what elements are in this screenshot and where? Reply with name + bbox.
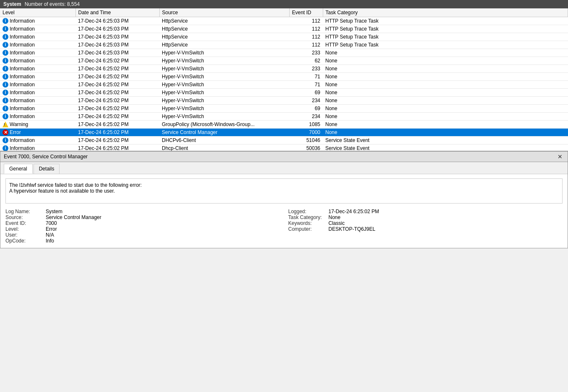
source-cell: GroupPolicy (Microsoft-Windows-Group... <box>159 121 289 129</box>
eventid-cell: 1085 <box>289 121 323 129</box>
table-row[interactable]: iInformation17-Dec-24 6:25:02 PMHyper-V-… <box>0 65 568 73</box>
col-header-level: Level <box>0 8 75 17</box>
eventid-cell: 234 <box>289 97 323 105</box>
level-label: Information <box>10 106 35 111</box>
datetime-cell: 17-Dec-24 6:25:02 PM <box>75 97 159 105</box>
taskcategory-cell: None <box>323 49 568 57</box>
table-row[interactable]: iInformation17-Dec-24 6:25:02 PMHyper-V-… <box>0 89 568 97</box>
level-cell: iInformation <box>0 25 75 33</box>
taskcategory-cell: HTTP Setup Trace Task <box>323 41 568 49</box>
info-icon: i <box>3 66 8 72</box>
taskcategory-cell: None <box>323 81 568 89</box>
opcode-field-value: Info <box>46 238 54 244</box>
detail-fields-grid: Log Name: System Source: Service Control… <box>5 209 563 244</box>
table-row[interactable]: iInformation17-Dec-24 6:25:02 PMHyper-V-… <box>0 57 568 65</box>
eventid-cell: 7000 <box>289 129 323 137</box>
info-icon: i <box>3 58 8 64</box>
level-label: Information <box>10 66 35 72</box>
eventid-cell: 50036 <box>289 144 323 151</box>
level-cell: iInformation <box>0 73 75 80</box>
level-field-label: Level: <box>5 226 43 232</box>
eventid-field-label: Event ID: <box>5 220 43 226</box>
source-cell: Hyper-V-VmSwitch <box>159 105 289 113</box>
source-cell: Hyper-V-VmSwitch <box>159 81 289 89</box>
level-cell: iInformation <box>0 89 75 96</box>
taskcategory-cell: None <box>323 57 568 65</box>
event-list-container: Level Date and Time Source Event ID Task… <box>0 8 568 151</box>
source-cell: Hyper-V-VmSwitch <box>159 65 289 73</box>
datetime-cell: 17-Dec-24 6:25:03 PM <box>75 17 159 25</box>
info-icon: i <box>3 50 8 56</box>
eventid-cell: 69 <box>289 105 323 113</box>
table-row[interactable]: iInformation17-Dec-24 6:25:03 PMHttpServ… <box>0 17 568 25</box>
eventid-field-value: 7000 <box>46 220 57 226</box>
table-row[interactable]: iInformation17-Dec-24 6:25:02 PMHyper-V-… <box>0 105 568 113</box>
table-row[interactable]: iInformation17-Dec-24 6:25:03 PMHttpServ… <box>0 41 568 49</box>
level-cell: iInformation <box>0 17 75 25</box>
col-header-taskcategory: Task Category <box>323 8 568 17</box>
table-row[interactable]: iInformation17-Dec-24 6:25:03 PMHttpServ… <box>0 33 568 41</box>
taskcategory-cell: None <box>323 129 568 137</box>
eventid-field-row: Event ID: 7000 <box>5 220 280 226</box>
source-field-row: Source: Service Control Manager <box>5 214 280 220</box>
taskcategory-field-label: Task Category: <box>288 214 326 220</box>
tab-details[interactable]: Details <box>34 164 60 174</box>
detail-tabs-bar: General Details <box>0 162 568 174</box>
source-cell: Hyper-V-VmSwitch <box>159 73 289 81</box>
datetime-cell: 17-Dec-24 6:25:02 PM <box>75 121 159 129</box>
title-bar: System Number of events: 8,554 <box>0 0 568 8</box>
info-icon: i <box>3 26 8 32</box>
level-label: Information <box>10 58 35 64</box>
level-field-row: Level: Error <box>5 226 280 232</box>
log-name-field-row: Log Name: System <box>5 209 280 214</box>
table-row[interactable]: iInformation17-Dec-24 6:25:02 PMHyper-V-… <box>0 81 568 89</box>
eventid-cell: 62 <box>289 57 323 65</box>
info-icon: i <box>3 18 8 24</box>
detail-panel: Event 7000, Service Control Manager ✕ Ge… <box>0 151 568 248</box>
taskcategory-cell: None <box>323 65 568 73</box>
tab-general[interactable]: General <box>4 164 33 174</box>
eventid-cell: 234 <box>289 113 323 121</box>
source-cell: DHCPv6-Client <box>159 137 289 144</box>
level-cell: ✕Error <box>0 129 75 136</box>
info-icon: i <box>3 106 8 111</box>
datetime-cell: 17-Dec-24 6:25:02 PM <box>75 73 159 81</box>
source-cell: HttpService <box>159 33 289 41</box>
table-row[interactable]: Warning17-Dec-24 6:25:02 PMGroupPolicy (… <box>0 121 568 129</box>
taskcategory-field-row: Task Category: None <box>288 214 563 220</box>
datetime-cell: 17-Dec-24 6:25:03 PM <box>75 33 159 41</box>
error-icon: ✕ <box>3 129 8 135</box>
warning-icon <box>3 121 8 127</box>
table-row[interactable]: iInformation17-Dec-24 6:25:03 PMHttpServ… <box>0 25 568 33</box>
table-row[interactable]: iInformation17-Dec-24 6:25:02 PMDHCPv6-C… <box>0 137 568 144</box>
detail-close-button[interactable]: ✕ <box>556 153 564 160</box>
datetime-cell: 17-Dec-24 6:25:02 PM <box>75 137 159 144</box>
table-row[interactable]: iInformation17-Dec-24 6:25:02 PMHyper-V-… <box>0 113 568 121</box>
log-name-field-value: System <box>46 209 62 214</box>
datetime-cell: 17-Dec-24 6:25:03 PM <box>75 49 159 57</box>
table-row[interactable]: iInformation17-Dec-24 6:25:02 PMHyper-V-… <box>0 73 568 81</box>
eventid-cell: 112 <box>289 25 323 33</box>
level-label: Information <box>10 26 35 32</box>
info-icon: i <box>3 90 8 95</box>
table-row[interactable]: iInformation17-Dec-24 6:25:02 PMDhcp-Cli… <box>0 144 568 151</box>
source-cell: Hyper-V-VmSwitch <box>159 49 289 57</box>
level-cell: Warning <box>0 121 75 128</box>
level-field-value: Error <box>46 226 57 232</box>
event-count-label: Number of events: 8,554 <box>25 1 80 7</box>
table-row[interactable]: iInformation17-Dec-24 6:25:03 PMHyper-V-… <box>0 49 568 57</box>
source-cell: HttpService <box>159 25 289 33</box>
taskcategory-cell: Service State Event <box>323 137 568 144</box>
taskcategory-cell: HTTP Setup Trace Task <box>323 33 568 41</box>
datetime-cell: 17-Dec-24 6:25:02 PM <box>75 129 159 137</box>
table-row[interactable]: iInformation17-Dec-24 6:25:02 PMHyper-V-… <box>0 97 568 105</box>
source-cell: Hyper-V-VmSwitch <box>159 57 289 65</box>
level-cell: iInformation <box>0 33 75 41</box>
log-name-label: System <box>3 1 21 7</box>
computer-field-value: DESKTOP-TQ6J9EL <box>329 226 376 232</box>
table-row[interactable]: ✕Error17-Dec-24 6:25:02 PMService Contro… <box>0 129 568 137</box>
source-cell: Service Control Manager <box>159 129 289 137</box>
source-cell: Hyper-V-VmSwitch <box>159 113 289 121</box>
opcode-field-row: OpCode: Info <box>5 238 280 244</box>
keywords-field-label: Keywords: <box>288 220 326 226</box>
